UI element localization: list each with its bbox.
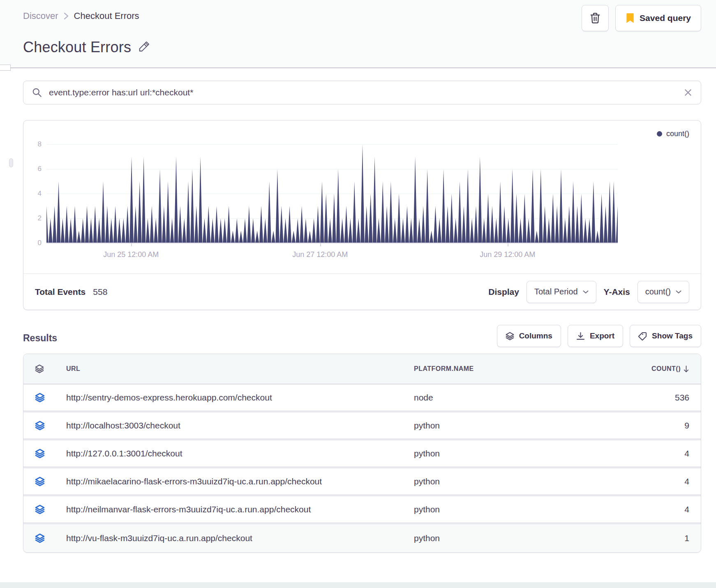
row-actions-button[interactable] — [35, 505, 66, 514]
layers-icon — [35, 421, 45, 431]
count-cell: 9 — [628, 421, 689, 431]
legend-dot — [657, 131, 662, 137]
sidebar-collapse-handle[interactable] — [0, 65, 11, 71]
delete-query-button[interactable] — [582, 5, 609, 31]
table-row[interactable]: http://neilmanvar-flask-errors-m3uuizd7i… — [23, 496, 701, 524]
platform-cell: node — [414, 393, 628, 403]
page-header: Discover Checkout Errors Saved query Che… — [0, 0, 716, 67]
row-actions-button[interactable] — [35, 533, 66, 543]
layers-icon — [506, 332, 514, 340]
table-row[interactable]: http://127.0.0.1:3001/checkout python 4 — [23, 440, 701, 468]
yaxis-value: count() — [645, 287, 671, 296]
breadcrumb-discover[interactable]: Discover — [23, 11, 58, 21]
export-label: Export — [590, 331, 614, 340]
close-icon — [684, 88, 693, 97]
events-chart: 02468 Jun 25 12:00 AMJun 27 12:00 AMJun … — [23, 120, 701, 243]
columns-button[interactable]: Columns — [497, 325, 561, 347]
table-row[interactable]: http://vu-flask-m3uuizd7iq-uc.a.run.app/… — [23, 524, 701, 552]
x-axis-line — [46, 243, 618, 243]
chevron-down-icon — [676, 290, 681, 294]
platform-cell: python — [414, 533, 628, 543]
count-cell: 4 — [628, 449, 689, 458]
legend-label: count() — [666, 130, 689, 138]
row-actions-button[interactable] — [35, 449, 66, 458]
count-cell: 536 — [628, 393, 689, 403]
download-icon — [576, 332, 585, 340]
count-cell: 1 — [628, 533, 689, 543]
platform-cell: python — [414, 505, 628, 514]
show-tags-label: Show Tags — [652, 331, 693, 340]
count-cell: 4 — [628, 505, 689, 514]
yaxis-select[interactable]: count() — [637, 281, 689, 303]
tag-icon — [638, 332, 647, 340]
platform-cell: python — [414, 449, 628, 458]
table-row[interactable]: http://mikaelacarino-flask-errors-m3uuiz… — [23, 468, 701, 496]
chart-card: count() 02468 Jun 25 12:00 AMJun 27 12:0… — [23, 120, 701, 310]
total-events-value: 558 — [93, 287, 107, 297]
results-table: URL PLATFORM.NAME COUNT() http://sentry-… — [23, 354, 701, 553]
search-icon — [32, 87, 42, 98]
url-cell: http://127.0.0.1:3001/checkout — [66, 449, 414, 458]
table-row[interactable]: http://localhost:3003/checkout python 9 — [23, 412, 701, 440]
header-divider — [0, 67, 716, 68]
url-cell: http://mikaelacarino-flask-errors-m3uuiz… — [66, 477, 414, 486]
saved-query-button[interactable]: Saved query — [615, 5, 701, 31]
display-select[interactable]: Total Period — [527, 281, 596, 303]
url-cell: http://vu-flask-m3uuizd7iq-uc.a.run.app/… — [66, 533, 414, 543]
chevron-down-icon — [583, 290, 589, 294]
y-axis-labels: 02468 — [23, 144, 46, 243]
edit-title-button[interactable] — [138, 41, 150, 54]
breadcrumb-current: Checkout Errors — [74, 11, 139, 21]
panel-resize-handle[interactable] — [9, 158, 13, 167]
pencil-icon — [138, 41, 150, 54]
total-events-label: Total Events — [35, 287, 85, 297]
saved-query-label: Saved query — [640, 13, 691, 23]
yaxis-label: Y-Axis — [604, 287, 630, 297]
chart-legend[interactable]: count() — [657, 130, 689, 138]
url-cell: http://neilmanvar-flask-errors-m3uuizd7i… — [66, 505, 414, 514]
header-layers-icon[interactable] — [35, 364, 66, 373]
trash-icon — [589, 12, 601, 24]
chart-plot[interactable]: Jun 25 12:00 AMJun 27 12:00 AMJun 29 12:… — [46, 144, 618, 243]
layers-icon — [35, 393, 45, 403]
url-cell: http://sentry-demos-express.herokuapp.co… — [66, 393, 414, 403]
layers-icon — [35, 505, 45, 514]
row-actions-button[interactable] — [35, 421, 66, 431]
show-tags-button[interactable]: Show Tags — [630, 325, 701, 347]
sort-desc-icon — [683, 365, 689, 373]
layers-icon — [35, 477, 45, 486]
column-header-url[interactable]: URL — [66, 365, 414, 373]
page-title: Checkout Errors — [23, 39, 131, 56]
page-bottom-strip — [0, 582, 716, 588]
count-cell: 4 — [628, 477, 689, 486]
url-cell: http://localhost:3003/checkout — [66, 421, 414, 431]
search-bar — [23, 81, 701, 104]
chevron-right-icon — [63, 12, 69, 21]
platform-cell: python — [414, 421, 628, 431]
results-table-body: http://sentry-demos-express.herokuapp.co… — [23, 384, 701, 552]
display-label: Display — [488, 287, 519, 297]
display-value: Total Period — [534, 287, 578, 296]
table-header-row: URL PLATFORM.NAME COUNT() — [23, 354, 701, 384]
columns-label: Columns — [519, 331, 552, 340]
layers-icon — [35, 533, 45, 543]
clear-search-button[interactable] — [684, 88, 693, 97]
search-input[interactable] — [49, 88, 677, 97]
row-actions-button[interactable] — [35, 477, 66, 486]
layers-icon — [35, 449, 45, 458]
platform-cell: python — [414, 477, 628, 486]
bookmark-icon — [626, 12, 635, 24]
column-header-count[interactable]: COUNT() — [628, 365, 689, 373]
table-row[interactable]: http://sentry-demos-express.herokuapp.co… — [23, 384, 701, 412]
row-actions-button[interactable] — [35, 393, 66, 403]
results-heading: Results — [23, 333, 57, 347]
chart-footer: Total Events 558 Display Total Period Y-… — [23, 273, 701, 310]
export-button[interactable]: Export — [568, 325, 623, 347]
column-header-platform[interactable]: PLATFORM.NAME — [414, 365, 628, 373]
